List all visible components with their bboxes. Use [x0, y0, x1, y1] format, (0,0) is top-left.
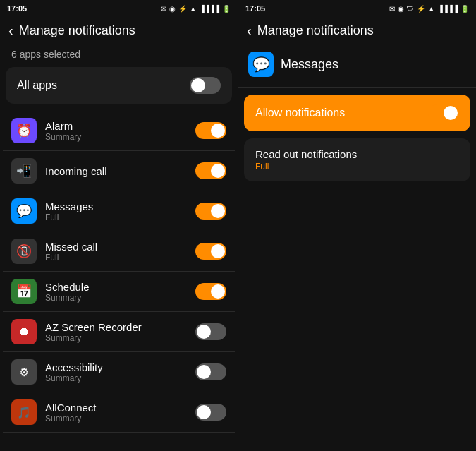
- missed-call-sub: Full: [45, 253, 187, 263]
- left-panel: 17:05 ✉ ◉ ⚡ ▲ ▐▐▐▐ 🔋 ‹ Manage notificati…: [0, 0, 238, 451]
- app-header-row: 💬 Messages: [238, 44, 476, 88]
- alarm-glyph: [16, 123, 32, 138]
- list-item[interactable]: ⚙ Accessibility Summary: [3, 352, 235, 392]
- schedule-icon: 📅: [11, 279, 37, 304]
- messages-toggle[interactable]: [195, 203, 226, 220]
- all-apps-row: All apps: [6, 67, 232, 104]
- back-button-left[interactable]: ‹: [8, 23, 13, 39]
- messages-glyph: 💬: [16, 203, 32, 219]
- missed-call-name: Missed call: [45, 241, 187, 253]
- allconnect-toggle-knob: [197, 405, 211, 419]
- incoming-call-toggle-knob: [211, 164, 225, 178]
- battery-icon-right: 🔋: [460, 5, 469, 13]
- left-header: ‹ Manage notifications: [0, 17, 238, 44]
- alarm-toggle-knob: [211, 124, 225, 138]
- read-out-row[interactable]: Read out notifications Full: [244, 138, 470, 181]
- list-item[interactable]: ⏺ AZ Screen Recorder Summary: [3, 312, 235, 352]
- list-item[interactable]: Alarm Summary: [3, 111, 235, 151]
- allconnect-toggle[interactable]: [195, 404, 226, 421]
- status-icons-right: ✉ ◉ 🛡 ⚡ ▲ ▐▐▐▐ 🔋: [389, 5, 469, 13]
- allconnect-info: AllConnect Summary: [45, 402, 187, 423]
- incoming-call-icon: 📲: [11, 158, 37, 184]
- alarm-icon: [11, 118, 37, 143]
- accessibility-toggle-knob: [197, 365, 211, 379]
- allconnect-name: AllConnect: [45, 402, 187, 414]
- accessibility-info: Accessibility Summary: [45, 361, 187, 383]
- time-left: 17:05: [7, 4, 27, 13]
- schedule-sub: Summary: [45, 293, 187, 303]
- accessibility-icon: ⚙: [11, 359, 37, 385]
- alarm-name: Alarm: [45, 120, 187, 132]
- wifi-icon-right: ▲: [428, 5, 435, 13]
- accessibility-sub: Summary: [45, 373, 187, 383]
- list-item[interactable]: 📲 Incoming call: [3, 151, 235, 191]
- status-bar-right: 17:05 ✉ ◉ 🛡 ⚡ ▲ ▐▐▐▐ 🔋: [238, 0, 476, 17]
- schedule-toggle-knob: [211, 284, 225, 299]
- incoming-call-toggle[interactable]: [195, 162, 226, 179]
- incoming-call-name: Incoming call: [45, 165, 187, 177]
- battery-icon-left: 🔋: [222, 5, 231, 13]
- alarm-info: Alarm Summary: [45, 120, 187, 142]
- az-recorder-toggle-knob: [197, 325, 211, 339]
- messages-info: Messages Full: [45, 200, 187, 222]
- circle-icon: ◉: [169, 5, 176, 13]
- all-apps-toggle[interactable]: [190, 77, 221, 94]
- schedule-name: Schedule: [45, 281, 187, 293]
- back-button-right[interactable]: ‹: [247, 23, 252, 39]
- envelope-icon-r: ✉: [389, 5, 395, 13]
- az-recorder-sub: Summary: [45, 333, 187, 343]
- allconnect-icon: 🎵: [11, 399, 37, 425]
- az-recorder-glyph: ⏺: [18, 325, 30, 338]
- allow-notifications-toggle-knob: [444, 106, 458, 120]
- status-bar-left: 17:05 ✉ ◉ ⚡ ▲ ▐▐▐▐ 🔋: [0, 0, 238, 17]
- missed-call-info: Missed call Full: [45, 241, 187, 263]
- signal-icon-left: ▐▐▐▐: [200, 5, 219, 13]
- az-recorder-icon: ⏺: [11, 319, 37, 344]
- accessibility-glyph: ⚙: [19, 366, 29, 379]
- schedule-info: Schedule Summary: [45, 281, 187, 303]
- shield-icon-r: 🛡: [407, 5, 414, 13]
- status-icons-left: ✉ ◉ ⚡ ▲ ▐▐▐▐ 🔋: [161, 5, 231, 13]
- left-page-title: Manage notifications: [19, 23, 135, 38]
- list-item[interactable]: 📵 Missed call Full: [3, 231, 235, 272]
- schedule-toggle[interactable]: [195, 283, 226, 300]
- messages-header-icon: 💬: [248, 52, 274, 77]
- all-apps-toggle-knob: [191, 78, 205, 92]
- read-out-sub: Full: [255, 162, 459, 172]
- allconnect-sub: Summary: [45, 414, 187, 423]
- incoming-call-info: Incoming call: [45, 165, 187, 177]
- all-apps-label: All apps: [17, 79, 57, 92]
- missed-call-icon: 📵: [11, 239, 37, 264]
- allow-notifications-row[interactable]: Allow notifications: [244, 95, 470, 131]
- envelope-icon: ✉: [161, 5, 166, 13]
- missed-call-toggle-knob: [211, 244, 225, 258]
- list-item[interactable]: 📅 Schedule Summary: [3, 272, 235, 312]
- read-out-title: Read out notifications: [255, 148, 459, 160]
- circle-icon-r: ◉: [398, 5, 404, 13]
- schedule-glyph: 📅: [16, 284, 32, 299]
- messages-sub: Full: [45, 212, 187, 222]
- signal-icon-right: ▐▐▐▐: [438, 5, 458, 13]
- accessibility-name: Accessibility: [45, 361, 187, 373]
- list-item[interactable]: 🎵 AllConnect Summary: [3, 392, 235, 433]
- accessibility-toggle[interactable]: [195, 363, 226, 380]
- right-panel: 17:05 ✉ ◉ 🛡 ⚡ ▲ ▐▐▐▐ 🔋 ‹ Manage notifica…: [238, 0, 476, 451]
- az-recorder-toggle[interactable]: [195, 323, 226, 340]
- allow-notifications-label: Allow notifications: [255, 107, 345, 119]
- list-item[interactable]: 💬 Messages Full: [3, 191, 235, 231]
- right-page-title: Manage notifications: [257, 23, 374, 38]
- allow-notifications-toggle[interactable]: [428, 104, 459, 121]
- call-in-glyph: 📲: [16, 163, 32, 179]
- az-recorder-name: AZ Screen Recorder: [45, 321, 187, 333]
- bluetooth-icon-right: ⚡: [417, 5, 425, 13]
- alarm-toggle[interactable]: [195, 122, 226, 139]
- right-header: ‹ Manage notifications: [238, 17, 476, 44]
- messages-toggle-knob: [211, 204, 225, 218]
- wifi-icon-left: ▲: [190, 5, 197, 13]
- selected-count-label: 6 apps selected: [0, 44, 238, 67]
- alarm-sub: Summary: [45, 132, 187, 142]
- time-right: 17:05: [245, 4, 265, 13]
- missed-call-toggle[interactable]: [195, 243, 226, 260]
- az-recorder-info: AZ Screen Recorder Summary: [45, 321, 187, 343]
- missed-glyph: 📵: [16, 243, 32, 259]
